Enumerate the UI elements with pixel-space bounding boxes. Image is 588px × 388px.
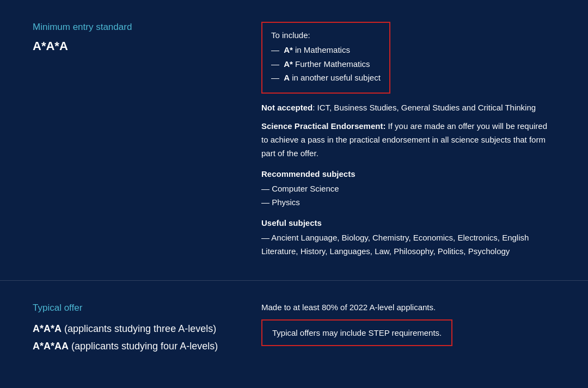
typical-grade-three: A*A*A (applicants studying three A-level…: [33, 320, 240, 337]
grade-astarastaraa: A*A*AA: [33, 341, 69, 352]
recommended-heading: Recommended subjects: [261, 169, 555, 178]
grade-a-star-further: A*: [284, 59, 293, 69]
step-highlight-box: Typical offers may include STEP requirem…: [261, 319, 452, 346]
not-accepted-text: Not accepted: ICT, Business Studies, Gen…: [261, 101, 555, 115]
typical-offer-label: Typical offer: [33, 303, 240, 313]
typical-grade-four: A*A*AA (applicants studying four A-level…: [33, 337, 240, 355]
minimum-entry-label: Minimum entry standard: [33, 22, 240, 33]
bullet-another-subject: — A in another useful subject: [271, 71, 381, 85]
science-label: Science Practical Endorsement:: [261, 121, 385, 131]
dash-icon-2: —: [271, 59, 279, 69]
minimum-entry-right: To include: — A* in Mathematics — A* Fur…: [261, 22, 555, 258]
typical-offer-left: Typical offer A*A*A (applicants studying…: [33, 303, 261, 355]
science-practical-text: Science Practical Endorsement: If you ar…: [261, 120, 555, 160]
useful-text: Ancient Language, Biology, Chemistry, Ec…: [261, 233, 529, 256]
bullet-mathematics: — A* in Mathematics: [271, 43, 381, 57]
step-text: Typical offers may include STEP requirem…: [272, 328, 442, 337]
useful-heading: Useful subjects: [261, 218, 555, 227]
grade-a-subject: A: [284, 73, 290, 82]
dash-rec-2: —: [261, 198, 272, 207]
recommended-physics: — Physics: [261, 195, 555, 210]
further-math-text: Further Mathematics: [295, 59, 370, 69]
useful-subjects-list: — Ancient Language, Biology, Chemistry, …: [261, 231, 555, 258]
minimum-entry-section: Minimum entry standard A*A*A To include:…: [0, 0, 588, 281]
math-text: in Mathematics: [295, 45, 350, 54]
minimum-entry-grade: A*A*A: [33, 39, 240, 53]
not-accepted-label: Not accepted: [261, 103, 313, 112]
dash-rec-1: —: [261, 184, 272, 193]
minimum-entry-left: Minimum entry standard A*A*A: [33, 22, 261, 258]
grade-a-star-math: A*: [284, 45, 293, 54]
another-subject-text: in another useful subject: [292, 73, 381, 82]
include-highlight-box: To include: — A* in Mathematics — A* Fur…: [261, 22, 390, 94]
typical-note: Made to at least 80% of 2022 A-level app…: [261, 303, 555, 312]
not-accepted-content: : ICT, Business Studies, General Studies…: [313, 103, 536, 112]
bullet-further-math: — A* Further Mathematics: [271, 57, 381, 71]
dash-icon: —: [271, 45, 279, 54]
four-levels-text: (applicants studying four A-levels): [69, 341, 218, 352]
dash-useful: —: [261, 233, 271, 242]
grade-astarastara: A*A*A: [33, 323, 62, 334]
dash-icon-3: —: [271, 73, 279, 82]
typical-offer-right: Made to at least 80% of 2022 A-level app…: [261, 303, 555, 355]
include-label: To include:: [271, 30, 381, 40]
three-levels-text: (applicants studying three A-levels): [62, 323, 216, 334]
recommended-computer-science: — Computer Science: [261, 182, 555, 196]
typical-offer-section: Typical offer A*A*A (applicants studying…: [0, 281, 588, 377]
